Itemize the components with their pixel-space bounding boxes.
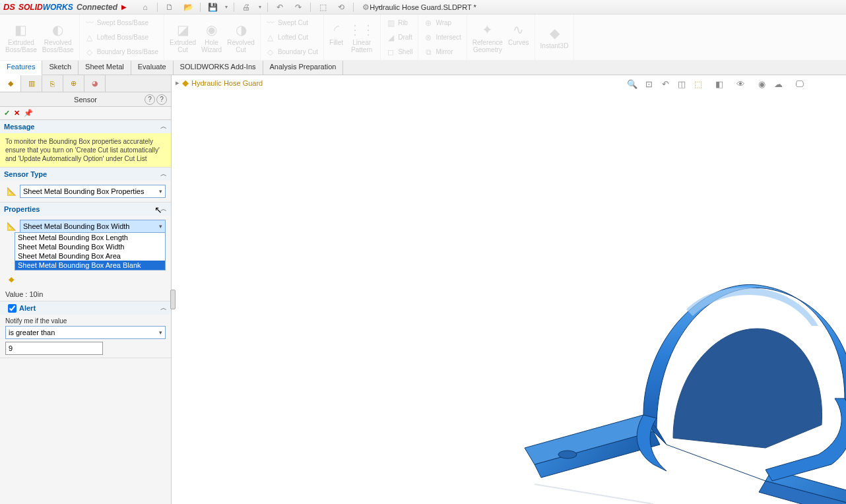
- config-manager-tab-icon[interactable]: ⎘: [42, 75, 63, 92]
- sensor-type-icon: 📐: [5, 185, 17, 197]
- dropdown-option-highlighted[interactable]: Sheet Metal Bounding Box Area Blank: [15, 261, 165, 270]
- chevron-up-icon: ︿: [160, 170, 167, 179]
- dropdown-option[interactable]: Sheet Metal Bounding Box Area: [15, 251, 165, 261]
- feature-manager-tab-icon[interactable]: ◆: [0, 75, 21, 92]
- save-icon[interactable]: 💾: [205, 1, 220, 13]
- breadcrumb[interactable]: ▸ ◆ Hydraulic Hose Guard: [176, 78, 263, 88]
- cancel-button[interactable]: ✕: [14, 109, 20, 117]
- chevron-up-icon: ︿: [160, 205, 167, 214]
- panel-splitter[interactable]: [170, 290, 176, 309]
- intersect-button[interactable]: ⊗Intersect: [424, 30, 461, 45]
- dropdown-arrow-icon: ▾: [159, 223, 162, 230]
- tab-evaluate[interactable]: Evaluate: [131, 61, 174, 75]
- body-selector-icon[interactable]: ◆: [5, 273, 17, 285]
- curves-button[interactable]: ∿Curves: [508, 22, 529, 53]
- app-logo-icon: DS: [3, 1, 16, 14]
- hide-show-icon[interactable]: 👁: [733, 77, 748, 91]
- message-section-header[interactable]: Message︿: [0, 120, 171, 133]
- edit-appearance-icon[interactable]: ◉: [754, 77, 769, 91]
- new-icon[interactable]: 🗋: [162, 1, 178, 13]
- ribbon: ◧Extruded Boss/Base ◐Revolved Boss/Base …: [0, 15, 846, 61]
- tab-addins[interactable]: SOLIDWORKS Add-Ins: [174, 61, 263, 75]
- dropdown-arrow-icon: ▾: [159, 329, 162, 336]
- reference-geometry-button[interactable]: ✦Reference Geometry: [472, 22, 503, 53]
- apply-scene-icon[interactable]: ☁: [771, 77, 785, 91]
- title-bar: DS SOLIDWORKS Connected ▶ ⌂ 🗋 📂 💾 ▾ 🖨 ▾ …: [0, 0, 846, 15]
- dropdown-option[interactable]: Sheet Metal Bounding Box Length: [15, 233, 165, 242]
- hole-wizard-button[interactable]: ◉Hole Wizard: [201, 22, 222, 53]
- extruded-boss-button[interactable]: ◧Extruded Boss/Base: [5, 22, 37, 53]
- select-icon[interactable]: ⬚: [315, 1, 331, 13]
- property-manager-tab-icon[interactable]: ▥: [21, 75, 42, 92]
- ok-cancel-bar: ✓ ✕ 📌: [0, 107, 171, 120]
- help-detailed-icon[interactable]: ?: [145, 94, 155, 105]
- lofted-boss-button[interactable]: △Lofted Boss/Base: [85, 30, 158, 45]
- zoom-fit-icon[interactable]: 🔍: [625, 77, 639, 91]
- ribbon-tabs: Features Sketch Sheet Metal Evaluate SOL…: [0, 61, 846, 75]
- save-dd-icon[interactable]: ▾: [223, 1, 230, 13]
- dropdown-option[interactable]: Sheet Metal Bounding Box Width: [15, 242, 165, 251]
- view-settings-icon[interactable]: 🖵: [792, 77, 806, 91]
- rib-button[interactable]: ▥Rib: [386, 16, 412, 30]
- tab-features[interactable]: Features: [0, 61, 42, 75]
- open-icon[interactable]: 📂: [180, 1, 196, 13]
- instant3d-button[interactable]: ◆Instant3D: [540, 25, 569, 49]
- revolved-boss-button[interactable]: ◐Revolved Boss/Base: [42, 22, 74, 53]
- properties-header[interactable]: Properties︿: [0, 203, 171, 216]
- ok-button[interactable]: ✓: [4, 109, 10, 117]
- boundary-cut-button[interactable]: ◇Boundary Cut: [266, 45, 318, 59]
- draft-button[interactable]: ◢Draft: [386, 30, 412, 45]
- condition-dropdown[interactable]: is greater than▾: [5, 326, 166, 339]
- previous-view-icon[interactable]: ↶: [658, 77, 672, 91]
- alert-checkbox[interactable]: [8, 304, 16, 313]
- lofted-cut-button[interactable]: △Lofted Cut: [266, 30, 318, 45]
- app-name: SOLIDWORKS Connected: [18, 3, 117, 12]
- part-icon: ◆: [182, 78, 189, 88]
- fillet-button[interactable]: ◜Fillet: [329, 22, 343, 53]
- linear-pattern-button[interactable]: ⋮⋮Linear Pattern: [348, 22, 375, 53]
- boundary-boss-button[interactable]: ◇Boundary Boss/Base: [85, 45, 158, 59]
- chevron-up-icon: ︿: [160, 122, 167, 131]
- chevron-up-icon: ︿: [160, 303, 167, 313]
- shell-button[interactable]: ◻Shell: [386, 45, 412, 59]
- section-view-icon[interactable]: ◫: [674, 77, 689, 91]
- rebuild-icon[interactable]: ⟲: [333, 1, 349, 13]
- swept-cut-button[interactable]: 〰Swept Cut: [266, 16, 318, 30]
- document-title: Hydraulic Hose Guard.SLDPRT *: [370, 3, 476, 11]
- dimxpert-tab-icon[interactable]: ⊕: [63, 75, 84, 92]
- manager-tabs: ◆ ▥ ⎘ ⊕ ◕: [0, 75, 171, 92]
- extruded-cut-button[interactable]: ◪Extruded Cut: [170, 22, 196, 53]
- sensor-type-dropdown[interactable]: Sheet Metal Bounding Box Properties▾: [20, 185, 166, 198]
- mirror-button[interactable]: ⧉Mirror: [424, 45, 461, 59]
- quick-access-toolbar: ⌂ 🗋 📂 💾 ▾ 🖨 ▾ ↶ ↷ ⬚ ⟲ ⚙ ▾: [137, 1, 383, 13]
- redo-icon[interactable]: ↷: [290, 1, 306, 13]
- view-orientation-icon[interactable]: ⬚: [691, 77, 705, 91]
- revolved-cut-button[interactable]: ◑Revolved Cut: [227, 22, 255, 53]
- display-manager-tab-icon[interactable]: ◕: [84, 75, 106, 92]
- 3d-model: [356, 154, 846, 504]
- value-readout: Value : 10in: [0, 288, 171, 301]
- notify-label: Notify me if the value: [5, 317, 166, 325]
- pushpin-icon[interactable]: 📌: [24, 109, 33, 117]
- print-dd-icon[interactable]: ▾: [257, 1, 263, 13]
- home-icon[interactable]: ⌂: [137, 1, 153, 13]
- alert-header[interactable]: Alert ︿: [0, 301, 171, 315]
- wrap-button[interactable]: ⊕Wrap: [424, 16, 461, 30]
- tab-sheet-metal[interactable]: Sheet Metal: [79, 61, 131, 75]
- tab-sketch[interactable]: Sketch: [42, 61, 79, 75]
- property-manager-panel: ◆ ▥ ⎘ ⊕ ◕ Sensor ? ? ✓ ✕ 📌 Message︿ To m…: [0, 75, 172, 504]
- display-style-icon[interactable]: ◧: [712, 77, 727, 91]
- tab-analysis-prep[interactable]: Analysis Preparation: [263, 61, 344, 75]
- swept-boss-button[interactable]: 〰Swept Boss/Base: [85, 16, 158, 30]
- sensor-type-header[interactable]: Sensor Type︿: [0, 168, 171, 181]
- properties-dropdown[interactable]: Sheet Metal Bounding Box Width▾: [20, 220, 166, 233]
- help-icon[interactable]: ?: [156, 94, 167, 105]
- menu-arrow-icon[interactable]: ▶: [121, 3, 127, 11]
- graphics-viewport[interactable]: ▸ ◆ Hydraulic Hose Guard 🔍 ⊡ ↶ ◫ ⬚ ◧ 👁 ◉…: [172, 75, 846, 504]
- breadcrumb-arrow-icon: ▸: [176, 79, 179, 87]
- zoom-area-icon[interactable]: ⊡: [641, 77, 656, 91]
- undo-icon[interactable]: ↶: [272, 1, 288, 13]
- print-icon[interactable]: 🖨: [238, 1, 254, 13]
- properties-dropdown-list: Sheet Metal Bounding Box Length Sheet Me…: [15, 232, 166, 270]
- threshold-input[interactable]: [5, 342, 103, 355]
